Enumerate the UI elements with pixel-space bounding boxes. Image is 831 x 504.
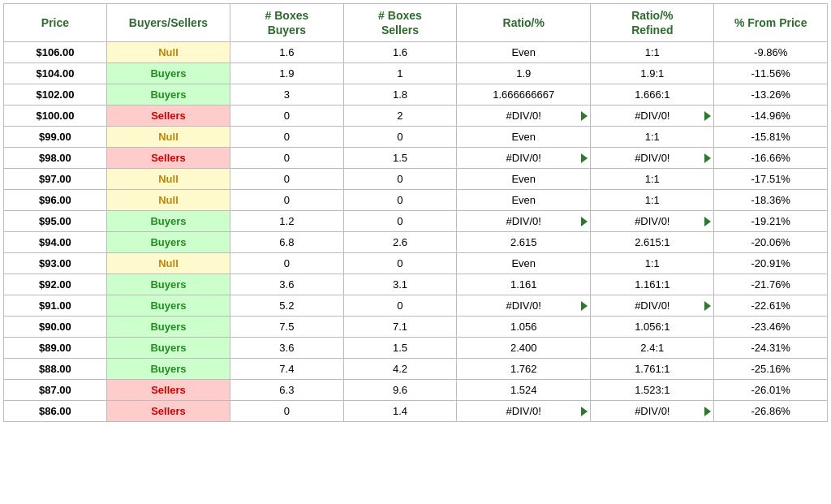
table-row: $106.00Null1.61.6Even1:1-9.86% (4, 42, 828, 63)
flag-icon (581, 153, 588, 163)
box-sellers-cell: 0 (343, 190, 457, 211)
table-row: $102.00Buyers31.81.6666666671.666:1-13.2… (4, 84, 828, 106)
ratio-cell: 1.056 (457, 317, 591, 338)
flag-icon (704, 111, 711, 121)
price-cell: $86.00 (4, 401, 107, 422)
ratio-cell: 1.666666667 (457, 84, 591, 106)
price-cell: $99.00 (4, 127, 107, 148)
table-row: $86.00Sellers01.4#DIV/0!#DIV/0!-26.86% (4, 401, 828, 422)
ratio-cell: 1.524 (457, 380, 591, 401)
ratio-cell: 2.615 (457, 232, 591, 253)
pct-from-price-cell: -19.21% (714, 211, 828, 232)
price-cell: $92.00 (4, 274, 107, 295)
box-sellers-cell: 0 (343, 211, 457, 232)
flag-icon (704, 153, 711, 163)
buyers-sellers-cell: Buyers (106, 359, 230, 380)
box-sellers-cell: 0 (343, 253, 457, 274)
price-cell: $93.00 (4, 253, 107, 274)
pct-from-price-cell: -11.56% (714, 63, 828, 84)
price-cell: $94.00 (4, 232, 107, 253)
buyers-sellers-cell: Null (106, 253, 230, 274)
pct-from-price-cell: -20.91% (714, 253, 828, 274)
table-row: $95.00Buyers1.20#DIV/0!#DIV/0!-19.21% (4, 211, 828, 232)
column-header-2: # BoxesBuyers (230, 4, 344, 42)
box-buyers-cell: 0 (230, 148, 344, 169)
price-cell: $104.00 (4, 63, 107, 84)
flag-icon (704, 407, 711, 416)
table-row: $99.00Null00Even1:1-15.81% (4, 127, 828, 148)
table-row: $97.00Null00Even1:1-17.51% (4, 169, 828, 190)
table-row: $93.00Null00Even1:1-20.91% (4, 253, 828, 274)
column-header-5: Ratio/%Refined (591, 4, 714, 42)
buyers-sellers-cell: Null (106, 42, 230, 63)
pct-from-price-cell: -15.81% (714, 127, 828, 148)
buyers-sellers-cell: Buyers (106, 84, 230, 106)
ratio-refined-cell: #DIV/0! (591, 401, 714, 422)
ratio-refined-cell: 1.523:1 (591, 380, 714, 401)
column-header-1: Buyers/Sellers (106, 4, 230, 42)
column-header-0: Price (4, 4, 107, 42)
flag-icon (581, 301, 588, 311)
buyers-sellers-cell: Buyers (106, 63, 230, 84)
ratio-refined-cell: 1.761:1 (591, 359, 714, 380)
box-sellers-cell: 1.5 (343, 148, 457, 169)
buyers-sellers-cell: Sellers (106, 380, 230, 401)
table-row: $91.00Buyers5.20#DIV/0!#DIV/0!-22.61% (4, 295, 828, 317)
buyers-sellers-cell: Buyers (106, 211, 230, 232)
table-row: $100.00Sellers02#DIV/0!#DIV/0!-14.96% (4, 106, 828, 127)
ratio-cell: Even (457, 42, 591, 63)
ratio-cell: 1.9 (457, 63, 591, 84)
box-buyers-cell: 1.2 (230, 211, 344, 232)
box-sellers-cell: 4.2 (343, 359, 457, 380)
box-sellers-cell: 9.6 (343, 380, 457, 401)
buyers-sellers-cell: Buyers (106, 317, 230, 338)
box-buyers-cell: 6.8 (230, 232, 344, 253)
table-row: $90.00Buyers7.57.11.0561.056:1-23.46% (4, 317, 828, 338)
buyers-sellers-cell: Buyers (106, 274, 230, 295)
ratio-cell: Even (457, 253, 591, 274)
buyers-sellers-cell: Buyers (106, 295, 230, 317)
flag-icon (581, 407, 588, 416)
pct-from-price-cell: -21.76% (714, 274, 828, 295)
price-cell: $90.00 (4, 317, 107, 338)
ratio-refined-cell: #DIV/0! (591, 211, 714, 232)
buyers-sellers-cell: Sellers (106, 148, 230, 169)
box-buyers-cell: 0 (230, 127, 344, 148)
box-buyers-cell: 5.2 (230, 295, 344, 317)
pct-from-price-cell: -18.36% (714, 190, 828, 211)
price-cell: $95.00 (4, 211, 107, 232)
pct-from-price-cell: -26.86% (714, 401, 828, 422)
pct-from-price-cell: -13.26% (714, 84, 828, 106)
box-buyers-cell: 0 (230, 401, 344, 422)
price-table: PriceBuyers/Sellers# BoxesBuyers# BoxesS… (3, 3, 828, 422)
box-buyers-cell: 1.6 (230, 42, 344, 63)
buyers-sellers-cell: Buyers (106, 338, 230, 359)
price-cell: $87.00 (4, 380, 107, 401)
box-buyers-cell: 0 (230, 106, 344, 127)
box-buyers-cell: 7.5 (230, 317, 344, 338)
box-sellers-cell: 2 (343, 106, 457, 127)
price-cell: $96.00 (4, 190, 107, 211)
box-buyers-cell: 1.9 (230, 63, 344, 84)
buyers-sellers-cell: Sellers (106, 106, 230, 127)
box-sellers-cell: 0 (343, 169, 457, 190)
box-sellers-cell: 1 (343, 63, 457, 84)
column-header-6: % From Price (714, 4, 828, 42)
box-buyers-cell: 3.6 (230, 274, 344, 295)
column-header-3: # BoxesSellers (343, 4, 457, 42)
box-buyers-cell: 0 (230, 253, 344, 274)
buyers-sellers-cell: Sellers (106, 401, 230, 422)
box-sellers-cell: 3.1 (343, 274, 457, 295)
column-header-4: Ratio/% (457, 4, 591, 42)
pct-from-price-cell: -24.31% (714, 338, 828, 359)
pct-from-price-cell: -16.66% (714, 148, 828, 169)
ratio-cell: 2.400 (457, 338, 591, 359)
ratio-refined-cell: 1.666:1 (591, 84, 714, 106)
pct-from-price-cell: -26.01% (714, 380, 828, 401)
ratio-cell: #DIV/0! (457, 148, 591, 169)
ratio-cell: Even (457, 127, 591, 148)
price-cell: $98.00 (4, 148, 107, 169)
box-sellers-cell: 2.6 (343, 232, 457, 253)
box-sellers-cell: 1.6 (343, 42, 457, 63)
table-row: $98.00Sellers01.5#DIV/0!#DIV/0!-16.66% (4, 148, 828, 169)
